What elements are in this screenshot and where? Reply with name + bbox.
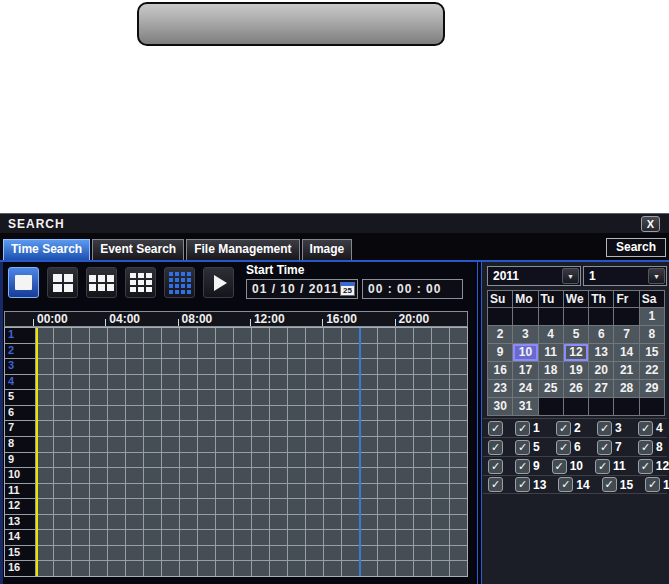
six-view-button[interactable] [86,267,117,298]
timeline-cell[interactable] [450,499,467,514]
timeline-cell[interactable] [414,359,431,374]
play-button[interactable] [203,267,234,298]
timeline-cell[interactable] [396,499,413,514]
timeline-cell[interactable] [90,328,107,343]
timeline-cell[interactable] [126,421,143,436]
timeline-cell[interactable] [414,406,431,421]
tab-file-management[interactable]: File Management [186,239,299,260]
timeline-cell[interactable] [270,390,287,405]
timeline-cell[interactable] [378,421,395,436]
timeline-cell[interactable] [414,530,431,545]
timeline-cell[interactable] [108,530,125,545]
timeline-cell[interactable] [126,328,143,343]
channel-checkbox[interactable]: ✓ [488,459,503,474]
timeline-cell[interactable] [126,437,143,452]
timeline-cell[interactable] [324,546,341,561]
timeline-cell[interactable] [54,453,71,468]
timeline-cell[interactable] [36,546,53,561]
timeline-cell[interactable] [414,390,431,405]
timeline-cell[interactable] [342,390,359,405]
timeline-cell[interactable] [450,530,467,545]
day-cell[interactable]: 18 [539,362,563,379]
timeline-cell[interactable] [306,453,323,468]
timeline-cell[interactable] [270,344,287,359]
channel-checkbox[interactable]: ✓ [556,421,571,436]
timeline-cell[interactable] [216,546,233,561]
timeline-cell[interactable] [306,437,323,452]
day-cell[interactable]: 26 [564,380,588,397]
timeline-cell[interactable] [252,390,269,405]
timeline-cell[interactable] [432,328,449,343]
timeline-cell[interactable] [108,437,125,452]
timeline-cell[interactable] [432,530,449,545]
channel-checkbox[interactable]: ✓ [638,421,653,436]
day-cell[interactable]: 12 [564,344,588,361]
day-cell[interactable]: 11 [539,344,563,361]
timeline-cell[interactable] [162,515,179,530]
timeline-cell[interactable] [414,328,431,343]
timeline-cell[interactable] [342,344,359,359]
timeline-cell[interactable] [324,375,341,390]
timeline-cell[interactable] [234,344,251,359]
timeline-cell[interactable] [180,375,197,390]
channel-checkbox[interactable]: ✓ [558,477,573,492]
timeline-cell[interactable] [90,468,107,483]
timeline-cell[interactable] [270,421,287,436]
timeline-cell[interactable] [144,344,161,359]
timeline-cell[interactable] [270,406,287,421]
timeline-cell[interactable] [306,375,323,390]
timeline-cell[interactable] [306,406,323,421]
timeline-cell[interactable] [450,406,467,421]
timeline-cell[interactable] [108,421,125,436]
timeline-cell[interactable] [396,359,413,374]
timeline-cell[interactable] [90,546,107,561]
timeline-cell[interactable] [198,453,215,468]
timeline-cell[interactable] [270,328,287,343]
timeline-cell[interactable] [144,468,161,483]
timeline-cell[interactable] [216,437,233,452]
timeline-cell[interactable] [54,437,71,452]
timeline-cell[interactable] [378,561,395,576]
timeline-cell[interactable] [198,344,215,359]
timeline-cell[interactable] [162,375,179,390]
timeline-cell[interactable] [126,499,143,514]
timeline-cell[interactable] [144,499,161,514]
timeline-cell[interactable] [234,530,251,545]
timeline-cell[interactable] [180,406,197,421]
timeline-cell[interactable] [432,453,449,468]
timeline-cell[interactable] [450,437,467,452]
timeline-cell[interactable] [450,484,467,499]
timeline-cell[interactable] [288,359,305,374]
timeline-cell[interactable] [36,453,53,468]
timeline-cell[interactable] [306,484,323,499]
timeline-cell[interactable] [450,375,467,390]
timeline-cell[interactable] [414,421,431,436]
timeline-cell[interactable] [360,515,377,530]
timeline-cell[interactable] [270,499,287,514]
timeline-cell[interactable] [36,530,53,545]
day-cell[interactable]: 23 [488,380,512,397]
timeline-cell[interactable] [414,453,431,468]
timeline-cell[interactable] [288,375,305,390]
timeline-cell[interactable] [162,530,179,545]
timeline-cell[interactable] [144,437,161,452]
day-cell[interactable]: 10 [513,344,537,361]
timeline-cell[interactable] [450,468,467,483]
timeline-cell[interactable] [342,468,359,483]
timeline-cell[interactable] [234,515,251,530]
timeline-cell[interactable] [324,390,341,405]
day-cell[interactable]: 15 [640,344,664,361]
timeline-cell[interactable] [36,390,53,405]
timeline-cell[interactable] [144,359,161,374]
timeline-cell[interactable] [36,437,53,452]
day-cell[interactable]: 31 [513,398,537,415]
timeline-cell[interactable] [378,546,395,561]
timeline-cell[interactable] [252,546,269,561]
timeline-cell[interactable] [252,561,269,576]
timeline-cell[interactable] [198,546,215,561]
timeline-cell[interactable] [270,468,287,483]
timeline-cell[interactable] [36,421,53,436]
quad-view-button[interactable] [47,267,78,298]
timeline-cell[interactable] [270,515,287,530]
timeline-cell[interactable] [252,328,269,343]
